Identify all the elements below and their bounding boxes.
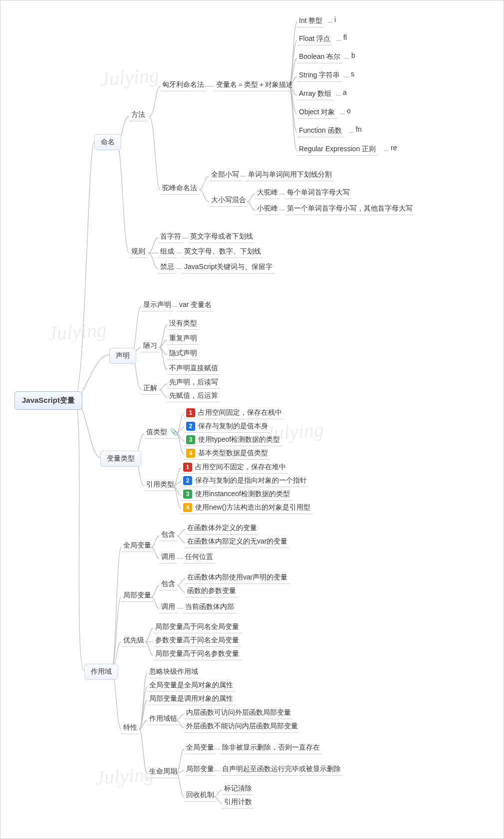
- node-first-char-d: 英文字母或者下划线: [188, 231, 255, 243]
- feat-0: 忽略块级作用域: [147, 666, 200, 678]
- type-array-s: a: [341, 87, 349, 98]
- global-include-1: 在函数体内部定义的无var的变量: [185, 536, 289, 548]
- pri-1: 参数变量高于同名全局变量: [153, 635, 241, 647]
- node-compose-d: 英文字母、数字、下划线: [182, 246, 263, 258]
- type-string: String 字符串: [297, 70, 342, 82]
- local-include: 包含: [159, 578, 177, 590]
- gc-1: 引用计数: [222, 797, 254, 809]
- type-float: Float 浮点: [297, 33, 332, 45]
- bad-2: 隐式声明: [167, 348, 199, 360]
- correct-1: 先赋值，后运算: [167, 390, 220, 402]
- feat-2: 局部变量是调用对象的属性: [147, 693, 235, 705]
- rt-3: 4使用new()方法构造出的对象是引用型: [181, 502, 312, 514]
- global-call-d: 任何位置: [183, 552, 215, 563]
- life-local: 局部变量: [184, 764, 216, 776]
- node-compose: 组成: [158, 246, 176, 258]
- node-naming: 命名: [94, 134, 121, 150]
- node-explicit: 显示声明: [141, 299, 173, 311]
- type-int: Int 整型: [297, 15, 324, 27]
- node-chain: 作用域链: [147, 713, 179, 725]
- life-global-d: 除非被显示删除，否则一直存在: [220, 742, 322, 754]
- type-bool: Boolean 布尔: [297, 51, 342, 63]
- feat-1: 全局变量是全局对象的属性: [147, 680, 235, 692]
- node-all-lower: 全部小写: [209, 169, 241, 181]
- node-correct: 正解: [141, 383, 159, 395]
- pri-2: 局部变量高于同名参数变量: [153, 648, 241, 660]
- pri-0: 局部变量高于同名全局变量: [153, 621, 241, 633]
- node-vartype: 变量类型: [100, 451, 141, 467]
- correct-0: 先声明，后读写: [167, 377, 220, 389]
- life-global: 全局变量: [184, 742, 216, 754]
- bad-3: 不声明直接赋值: [167, 363, 220, 375]
- vt-2: 3使用typeof检测数据的类型: [184, 434, 282, 446]
- node-rule: 规则: [129, 246, 147, 258]
- rt-2: 3使用instanceof检测数据的类型: [181, 489, 292, 501]
- node-taboo: 禁忌: [158, 262, 176, 274]
- type-string-s: s: [349, 69, 356, 79]
- vt-1: 2保存与复制的是值本身: [184, 421, 270, 433]
- node-first-char: 首字符: [158, 231, 183, 243]
- life-local-d: 自声明起至函数运行完毕或被显示删除: [220, 764, 343, 776]
- node-global: 全局变量: [121, 540, 153, 552]
- node-hungarian-detail: 变量名＝类型＋对象描述: [214, 79, 295, 91]
- rt-0: 1占用空间不固定，保存在堆中: [181, 462, 288, 474]
- global-include-0: 在函数体外定义的变量: [185, 523, 259, 535]
- node-scope: 作用域: [84, 664, 118, 680]
- node-big-camel: 大驼峰: [255, 187, 280, 199]
- global-call: 调用: [159, 552, 177, 563]
- type-regex-s: re: [389, 143, 399, 153]
- node-ref-type: 引用类型: [144, 479, 176, 491]
- chain-1: 外层函数不能访问内层函数局部变量: [184, 721, 300, 733]
- life-gc: 回收机制: [184, 790, 216, 802]
- type-function-s: fn: [354, 124, 364, 135]
- bad-1: 重复声明: [167, 333, 199, 345]
- node-method: 方法: [129, 109, 147, 121]
- paperclip-icon: 📎: [170, 428, 178, 436]
- type-object: Object 对象: [297, 107, 337, 119]
- global-include: 包含: [159, 529, 177, 541]
- local-include-0: 在函数体内部使用var声明的变量: [185, 572, 289, 584]
- node-value-type: 值类型📎: [144, 427, 180, 439]
- node-hungarian: 匈牙利命名法: [160, 79, 206, 91]
- type-bool-s: b: [349, 50, 357, 61]
- node-explicit-d: var 变量名: [177, 299, 214, 311]
- type-int-s: i: [332, 14, 338, 25]
- node-camel: 驼峰命名法: [160, 183, 199, 195]
- node-all-lower-detail: 单词与单词间用下划线分割: [246, 169, 334, 181]
- node-feature: 特性: [121, 722, 139, 734]
- node-life: 生命周期: [147, 766, 179, 778]
- node-big-camel-d: 每个单词首字母大写: [285, 187, 352, 199]
- rt-1: 2保存与复制的是指向对象的一个指针: [181, 475, 309, 487]
- node-bad: 陋习: [141, 340, 159, 352]
- bad-0: 没有类型: [167, 318, 199, 330]
- local-call: 调用: [159, 601, 177, 613]
- local-include-1: 函数的参数变量: [185, 585, 238, 597]
- chain-0: 内层函数可访问外层函数局部变量: [184, 707, 293, 719]
- vt-0: 1占用空间固定，保存在栈中: [184, 407, 284, 419]
- node-taboo-d: JavaScript关键词与、保留字: [182, 262, 274, 274]
- node-priority: 优先级: [121, 635, 146, 647]
- type-array: Array 数组: [297, 88, 333, 100]
- gc-0: 标记清除: [222, 783, 254, 795]
- type-float-s: fl: [341, 32, 349, 43]
- type-function: Function 函数: [297, 125, 344, 137]
- type-object-s: o: [345, 106, 353, 116]
- node-mixed: 大小写混合: [209, 195, 248, 207]
- node-small-camel-d: 第一个单词首字母小写，其他首字母大写: [285, 203, 415, 215]
- vt-3: 4基本类型数据是值类型: [184, 448, 270, 460]
- node-small-camel: 小驼峰: [255, 203, 280, 215]
- node-declare: 声明: [109, 348, 136, 364]
- node-local: 局部变量: [121, 590, 153, 602]
- root-node: JavaScript变量: [14, 391, 82, 410]
- type-regex: Regular Expression 正则: [297, 144, 378, 156]
- local-call-d: 当前函数体内部: [183, 601, 236, 613]
